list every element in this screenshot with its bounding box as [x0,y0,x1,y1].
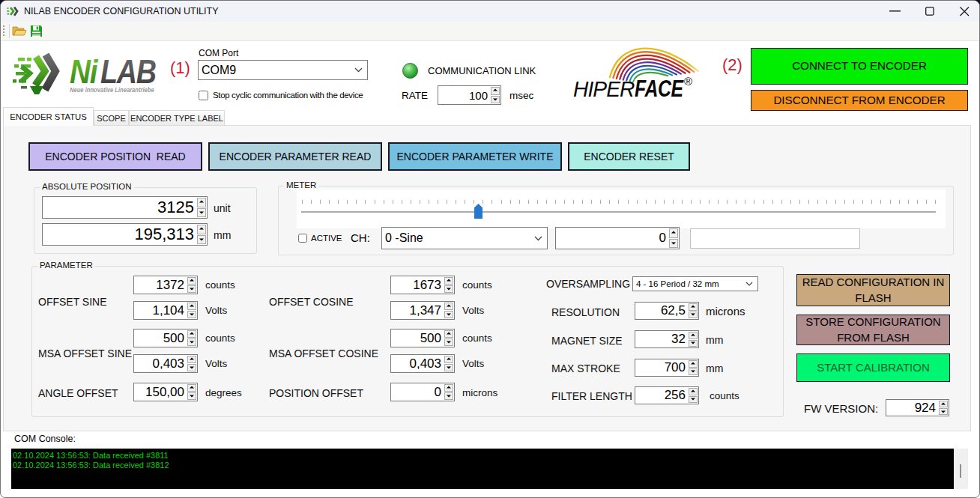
svg-text:Ni: Ni [70,52,99,90]
svg-text:HIPER: HIPER [573,76,635,101]
svg-text:LAB: LAB [100,52,156,91]
svg-text:FACE: FACE [635,76,684,101]
svg-text:Neue innovative Linearantriebe: Neue innovative Linearantriebe [70,85,154,94]
svg-text:®: ® [684,75,692,88]
